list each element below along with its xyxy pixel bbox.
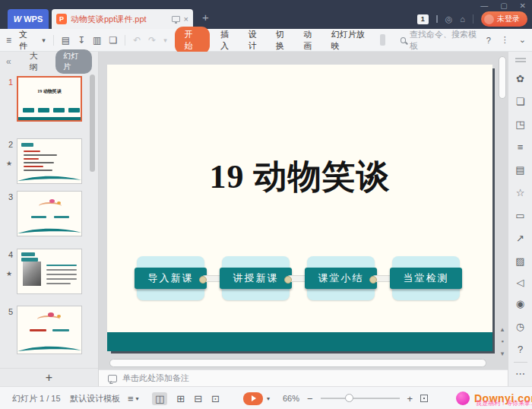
tab-slideshow[interactable]: 幻灯片放映 bbox=[331, 29, 369, 52]
object-properties-icon[interactable]: ✿ bbox=[508, 73, 532, 84]
scroll-up-icon[interactable]: ▴ bbox=[501, 325, 505, 333]
update-count-badge[interactable]: 1 bbox=[417, 14, 429, 24]
save-icon[interactable]: ▤ bbox=[62, 35, 70, 46]
history-icon[interactable]: ◷ bbox=[508, 321, 532, 332]
zoom-level[interactable]: 66% bbox=[283, 387, 299, 409]
login-button[interactable]: 未登录 bbox=[481, 11, 527, 27]
tab-animation[interactable]: 动画 bbox=[303, 29, 318, 52]
thumb-number: 3 bbox=[5, 192, 16, 201]
template-name[interactable]: 默认设计模板 bbox=[70, 387, 120, 409]
view-slideshow-icon[interactable]: ⊡ bbox=[211, 393, 220, 404]
collapse-ribbon-icon[interactable]: ⌄ bbox=[519, 35, 526, 45]
export-icon[interactable]: ↧ bbox=[78, 35, 85, 46]
thumbnail-scrollbar[interactable] bbox=[90, 75, 95, 172]
slide-nav-button-4[interactable]: 当堂检测 bbox=[392, 256, 460, 300]
slide-title[interactable]: 19 动物笑谈 bbox=[107, 154, 492, 199]
horizontal-scrollbar[interactable] bbox=[109, 359, 486, 367]
view-normal-icon[interactable]: ◫ bbox=[152, 392, 167, 405]
thumb-shape bbox=[18, 117, 81, 120]
badge-divider bbox=[436, 15, 438, 23]
textbox-icon[interactable]: ▭ bbox=[508, 210, 532, 221]
thumb-shape bbox=[23, 108, 34, 113]
hamburger-icon[interactable]: ≡ bbox=[6, 35, 11, 46]
adjust-sliders-icon[interactable]: ≡ bbox=[508, 141, 532, 153]
thumb-number: 4 bbox=[5, 250, 16, 259]
slide-thumbnail-5[interactable] bbox=[17, 306, 82, 354]
next-slide-icon[interactable]: ▾ bbox=[501, 350, 505, 357]
fit-screen-icon[interactable] bbox=[420, 395, 428, 402]
document-tab[interactable]: P 动物笑谈ppt课件.ppt × bbox=[52, 9, 193, 29]
shape-effects-icon[interactable]: ◳ bbox=[508, 119, 532, 130]
slide-nav-button-3[interactable]: 课堂小结 bbox=[307, 256, 375, 300]
notes-toggle-icon[interactable]: ≡ bbox=[128, 393, 134, 404]
print-icon[interactable]: ▥ bbox=[93, 35, 101, 46]
tab-monitor-icon[interactable] bbox=[172, 16, 180, 22]
animation-star-icon: ★ bbox=[6, 160, 12, 167]
collapse-panel-icon[interactable]: « bbox=[6, 56, 11, 67]
avatar bbox=[484, 14, 494, 24]
tab-insert[interactable]: 插入 bbox=[220, 29, 235, 52]
tab-close-icon[interactable]: × bbox=[184, 14, 188, 24]
view-reading-icon[interactable]: ⊟ bbox=[194, 393, 202, 404]
rail-divider bbox=[514, 362, 527, 363]
statusbar: 幻灯片 1 / 15 默认设计模板 ≡ ▾ ◫ ⊞ ⊟ ⊡ ▾ 66% − + … bbox=[0, 386, 532, 409]
new-tab-button[interactable]: + bbox=[202, 11, 209, 24]
file-menu-caret-icon[interactable]: ▾ bbox=[42, 36, 46, 44]
rail-more-icon[interactable]: ⋯ bbox=[508, 368, 532, 379]
slide-canvas[interactable]: 19 动物笑谈 导入新课 讲授新课 课堂小结 当堂检测 bbox=[107, 65, 492, 351]
thumb-number: 1 bbox=[5, 78, 16, 87]
thumb-shape bbox=[24, 170, 52, 171]
window-minimize-button[interactable]: — bbox=[480, 2, 488, 11]
favorites-icon[interactable]: ☆ bbox=[508, 187, 532, 198]
zoom-in-icon[interactable]: + bbox=[407, 393, 413, 404]
slide-nav-button-1[interactable]: 导入新课 bbox=[137, 256, 204, 300]
slide-thumbnail-4[interactable] bbox=[17, 249, 82, 294]
vertical-scrollbar[interactable] bbox=[499, 56, 506, 99]
tab-home[interactable]: 开始 bbox=[175, 27, 210, 54]
share-icon[interactable]: ↗ bbox=[508, 233, 532, 244]
play-caret-icon[interactable]: ▾ bbox=[267, 395, 270, 402]
previous-slide-icon[interactable]: ▪ bbox=[501, 338, 503, 345]
tab-design[interactable]: 设计 bbox=[248, 29, 262, 52]
window-close-button[interactable]: ✕ bbox=[520, 2, 526, 11]
thumb-shape bbox=[52, 329, 69, 331]
add-slide-button[interactable]: + bbox=[0, 368, 98, 386]
slide-thumbnail-3[interactable] bbox=[17, 191, 82, 236]
tab-overflow-handle[interactable] bbox=[380, 34, 385, 46]
message-icon[interactable]: ◎ bbox=[445, 14, 453, 24]
zoom-slider-handle[interactable] bbox=[345, 394, 353, 402]
watermark: Downyi.com 我是福利！等你来拿... bbox=[456, 387, 532, 409]
tab-transition[interactable]: 切换 bbox=[276, 29, 290, 52]
undo-icon[interactable]: ↶ bbox=[133, 35, 141, 46]
print-preview-icon[interactable]: ❏ bbox=[109, 35, 117, 46]
play-slideshow-button[interactable] bbox=[243, 392, 263, 405]
image-library-icon[interactable]: ▤ bbox=[508, 164, 532, 176]
watermark-slogan: 我是福利！等你来拿... bbox=[476, 399, 532, 407]
tab-slides[interactable]: 幻灯片 bbox=[55, 49, 92, 74]
slide-nav-button-2[interactable]: 讲授新课 bbox=[222, 256, 290, 300]
zoom-out-icon[interactable]: − bbox=[307, 393, 313, 404]
slide-layout-icon[interactable]: ❏ bbox=[508, 96, 532, 107]
audio-icon[interactable]: ◁ bbox=[508, 277, 532, 288]
slide-thumbnail-2[interactable] bbox=[17, 138, 82, 184]
more-vertical-icon[interactable]: ⋮ bbox=[501, 35, 509, 45]
notes-bar[interactable]: 单击此处添加备注 bbox=[99, 369, 508, 386]
thumb-shape bbox=[68, 108, 80, 113]
ink-icon[interactable]: ◉ bbox=[508, 298, 532, 309]
help-icon[interactable]: ? bbox=[486, 36, 491, 45]
command-search[interactable]: 查找命令、搜索模板 bbox=[401, 29, 479, 52]
redo-icon[interactable]: ↷ bbox=[148, 35, 156, 46]
notes-toggle-caret-icon[interactable]: ▾ bbox=[136, 395, 139, 402]
zoom-slider[interactable] bbox=[321, 398, 400, 399]
skin-icon[interactable]: ⌂ bbox=[460, 14, 465, 24]
file-menu[interactable]: 文件 bbox=[19, 29, 34, 52]
undo-caret-icon[interactable]: ▾ bbox=[163, 36, 167, 44]
rail-help-icon[interactable]: ? bbox=[508, 344, 532, 355]
tab-outline[interactable]: 大纲 bbox=[30, 50, 45, 73]
window-maximize-button[interactable]: ▢ bbox=[500, 2, 507, 11]
picture-icon[interactable]: ▨ bbox=[508, 255, 532, 267]
view-sorter-icon[interactable]: ⊞ bbox=[176, 393, 185, 404]
rail-drag-handle[interactable] bbox=[515, 58, 526, 59]
wps-home-tab[interactable]: W WPS bbox=[8, 9, 49, 29]
slide-thumbnail-1[interactable]: 19 动物笑谈 bbox=[17, 76, 82, 122]
